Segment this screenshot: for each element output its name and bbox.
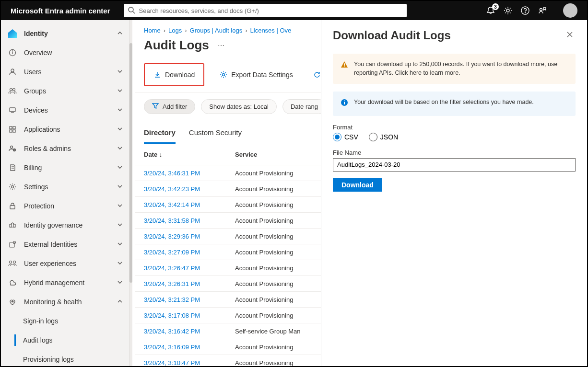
sidebar-item-protection[interactable]: Protection [1,196,129,216]
sidebar-item-label: Monitoring & health [24,298,82,306]
sidebar-item-label: Identity governance [24,221,82,229]
panel-download-button[interactable]: Download [333,178,382,192]
sidebar-item-user-experiences[interactable]: User experiences [1,254,129,273]
row-date-link[interactable]: 3/20/24, 3:42:14 PM [144,201,235,208]
governance-icon [8,220,17,230]
svg-rect-16 [10,130,12,132]
row-date-link[interactable]: 3/20/24, 3:10:47 PM [144,359,235,367]
svg-point-28 [10,261,12,264]
tab-directory[interactable]: Directory [144,124,176,144]
svg-rect-25 [13,224,15,227]
settings-gear-button[interactable] [504,6,512,15]
filename-input[interactable] [333,158,576,172]
sidebar-section-identity[interactable]: Identity [1,24,129,43]
chevron-down-icon [117,260,123,268]
user-icon [8,67,17,77]
sidebar-item-roles-admins[interactable]: Roles & admins [1,139,129,158]
panel-title: Download Audit Logs [333,29,451,42]
lock-icon [8,201,17,211]
content-area: Home› Logs› Groups | Audit logs› License… [129,20,587,366]
chevron-down-icon [117,241,123,249]
sidebar-item-external-identities[interactable]: External Identities [1,235,129,254]
download-button[interactable]: Download [144,63,204,86]
breadcrumb-home[interactable]: Home [144,27,161,34]
sidebar-item-users[interactable]: Users [1,62,129,81]
sidebar: Identity Overview Users Groups Devices A… [1,20,129,366]
row-date-link[interactable]: 3/20/24, 3:16:09 PM [144,344,235,351]
chevron-down-icon [117,279,123,287]
sidebar-item-overview[interactable]: Overview [1,43,129,62]
sidebar-item-billing[interactable]: Billing [1,158,129,177]
row-date-link[interactable]: 3/20/24, 3:26:47 PM [144,264,235,272]
global-search-input[interactable] [124,4,407,17]
sidebar-item-devices[interactable]: Devices [1,101,129,120]
row-date-link[interactable]: 3/20/24, 3:17:08 PM [144,312,235,319]
tab-custom-security[interactable]: Custom Security [189,124,242,144]
row-date-link[interactable]: 3/20/24, 3:26:31 PM [144,280,235,287]
notifications-button[interactable]: 3 [486,6,495,15]
user-avatar[interactable] [563,3,577,18]
chevron-up-icon [117,30,123,38]
svg-point-9 [11,69,14,72]
gear-icon [8,182,17,192]
svg-point-5 [540,9,542,11]
sidebar-item-monitoring-health[interactable]: Monitoring & health [1,292,129,311]
sidebar-item-applications[interactable]: Applications [1,120,129,139]
row-date-link[interactable]: 3/20/24, 3:29:36 PM [144,233,235,240]
svg-point-8 [12,51,13,51]
radio-csv[interactable]: CSV [333,133,358,141]
svg-point-10 [10,89,12,91]
sidebar-item-hybrid-management[interactable]: Hybrid management [1,273,129,292]
radio-json[interactable]: JSON [369,133,398,141]
sidebar-item-label: Billing [24,164,42,172]
sidebar-item-label: Devices [24,106,48,114]
chevron-down-icon [117,164,123,172]
breadcrumb-logs[interactable]: Logs [168,27,182,34]
svg-rect-12 [10,108,15,112]
health-icon [8,297,17,307]
chevron-down-icon [117,87,123,95]
sidebar-item-label: Overview [24,49,52,57]
download-icon [153,71,161,79]
sidebar-sub-provisioning-logs[interactable]: Provisioning logs [1,350,129,366]
row-date-link[interactable]: 3/20/24, 3:27:09 PM [144,249,235,256]
date-range-pill[interactable]: Date rang [282,99,326,114]
sidebar-sub-sign-in-logs[interactable]: Sign-in logs [1,311,129,331]
radio-checked-icon [333,133,341,141]
row-date-link[interactable]: 3/20/24, 3:31:58 PM [144,217,235,224]
svg-rect-17 [13,130,15,132]
sidebar-item-label: Roles & admins [24,145,71,152]
svg-point-22 [12,186,14,188]
column-date[interactable]: Date ↓ [144,151,235,158]
add-filter-button[interactable]: Add filter [144,99,195,114]
export-data-settings-button[interactable]: Export Data Settings [215,68,297,81]
breadcrumb-groups-audit[interactable]: Groups | Audit logs [190,27,243,34]
chevron-down-icon [117,145,123,153]
content-scrollbar[interactable] [129,43,132,283]
row-date-link[interactable]: 3/20/24, 3:46:31 PM [144,170,235,177]
format-label: Format [333,124,576,131]
sidebar-item-identity-governance[interactable]: Identity governance [1,216,129,235]
show-dates-pill[interactable]: Show dates as: Local [201,99,277,114]
svg-point-4 [525,12,526,13]
svg-line-1 [133,11,135,13]
search-icon [128,6,135,16]
row-date-link[interactable]: 3/20/24, 3:16:42 PM [144,328,235,335]
svg-rect-24 [10,224,12,227]
ux-icon [8,259,17,268]
panel-close-button[interactable] [564,29,576,42]
page-title-more-button[interactable]: ⋯ [218,42,224,49]
groups-icon [8,86,17,96]
row-date-link[interactable]: 3/20/24, 3:21:32 PM [144,296,235,303]
breadcrumb-licenses[interactable]: Licenses | Ove [250,27,292,34]
sidebar-item-label: User experiences [24,260,76,267]
refresh-icon [313,71,321,79]
row-date-link[interactable]: 3/20/24, 3:42:23 PM [144,185,235,193]
sidebar-item-settings[interactable]: Settings [1,177,129,196]
sidebar-item-label: Protection [24,202,54,210]
feedback-button[interactable] [538,6,547,15]
sidebar-item-groups[interactable]: Groups [1,81,129,101]
sidebar-sub-audit-logs[interactable]: Audit logs [1,331,129,350]
sidebar-item-label: Groups [24,87,46,95]
help-button[interactable] [521,6,529,15]
